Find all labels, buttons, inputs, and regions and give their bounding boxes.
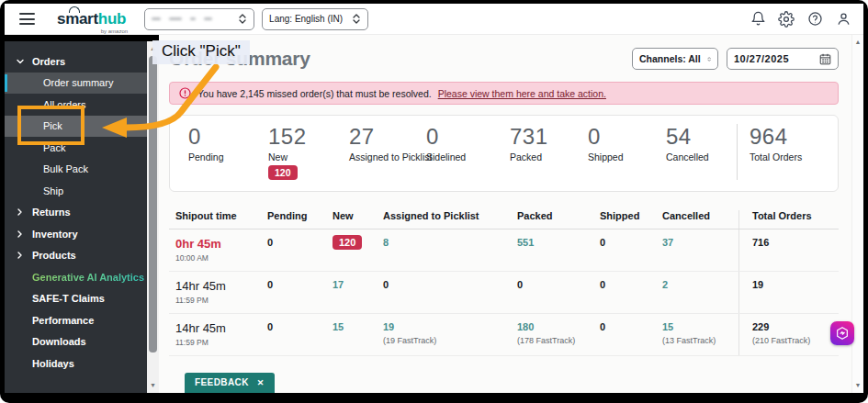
sidebar-item-ship[interactable]: Ship bbox=[5, 180, 147, 202]
count-value: 0 bbox=[600, 237, 605, 248]
app-window: smarthub by amazon Lang: English (IN) bbox=[5, 4, 863, 393]
main-content: Order summary Channels: All 10/27/2025 bbox=[159, 35, 851, 393]
sidebar-item-label: Returns bbox=[32, 207, 71, 218]
sidebar-item-holidays[interactable]: Holidays bbox=[5, 353, 147, 375]
scroll-down-icon[interactable]: ▼ bbox=[147, 381, 159, 390]
count-link[interactable]: 2 bbox=[662, 279, 668, 290]
cell-total-orders: 229(210 FastTrack) bbox=[738, 314, 839, 355]
annotation-label: Click "Pick" bbox=[152, 40, 250, 64]
shipout-time: 14hr 45m bbox=[175, 321, 267, 335]
count-value: 19 bbox=[752, 279, 763, 290]
hamburger-menu-icon[interactable] bbox=[19, 13, 35, 25]
logo-text-hub: hub bbox=[98, 10, 126, 28]
shipout-time-cell: 0hr 45m10:00 AM bbox=[169, 237, 267, 263]
sidebar-item-label: Products bbox=[32, 250, 76, 261]
sidebar-item-returns[interactable]: Returns bbox=[5, 202, 147, 224]
merchant-selector[interactable] bbox=[144, 8, 254, 30]
scroll-down-icon[interactable]: ▼ bbox=[852, 381, 863, 390]
cell-shipped: 0 bbox=[600, 279, 662, 290]
feedback-button[interactable]: FEEDBACK ✕ bbox=[185, 373, 275, 393]
count-link[interactable]: 180 bbox=[517, 321, 534, 332]
stat-value: 27 bbox=[349, 124, 426, 150]
sidebar-item-products[interactable]: Products bbox=[5, 245, 147, 267]
sidebar-item-safe-t-claims[interactable]: SAFE-T Claims bbox=[5, 288, 147, 310]
cell-pending: 0 bbox=[267, 321, 333, 332]
sidebar-item-orders[interactable]: Orders bbox=[5, 50, 147, 73]
stat-value: 964 bbox=[750, 124, 802, 150]
table-row: 0hr 45m10:00 AM01208551037716 bbox=[169, 229, 839, 272]
cell-packed: 0 bbox=[517, 279, 600, 290]
scroll-up-icon[interactable]: ▲ bbox=[852, 38, 863, 47]
count-link[interactable]: 15 bbox=[662, 321, 673, 332]
sidebar-item-inventory[interactable]: Inventory bbox=[5, 223, 147, 245]
cell-total-orders: 19 bbox=[738, 272, 839, 313]
stat-label: Shipped bbox=[588, 151, 666, 162]
cell-assigned-to-picklist: 8 bbox=[383, 237, 517, 248]
scrollbar-thumb[interactable] bbox=[149, 56, 157, 353]
channels-selector[interactable]: Channels: All bbox=[632, 48, 718, 70]
alert-link[interactable]: Please view them here and take action. bbox=[438, 88, 606, 99]
settings-gear-icon[interactable] bbox=[777, 10, 795, 28]
stat-cancelled: 54Cancelled bbox=[666, 124, 737, 180]
column-header-new: New bbox=[333, 210, 383, 221]
column-header-total-orders: Total Orders bbox=[738, 210, 839, 229]
order-stats-card: 0Pending152New12027Assigned to Picklist0… bbox=[169, 115, 839, 192]
sidebar-item-downloads[interactable]: Downloads bbox=[5, 331, 147, 353]
sidebar-item-label: Ship bbox=[43, 185, 63, 196]
count-value: 716 bbox=[752, 237, 769, 248]
close-icon[interactable]: ✕ bbox=[257, 378, 265, 387]
sidebar-item-generative-ai-analytics[interactable]: Generative AI Analytics bbox=[5, 266, 147, 288]
stat-new: 152New120 bbox=[268, 124, 349, 180]
sidebar-scrollbar[interactable]: ▲ ▼ bbox=[147, 35, 159, 393]
sidebar-item-bulk-pack[interactable]: Bulk Pack bbox=[5, 159, 147, 181]
count-link[interactable]: 15 bbox=[333, 321, 344, 332]
smarthub-logo[interactable]: smarthub by amazon bbox=[57, 11, 126, 27]
sidebar-item-label: Downloads bbox=[32, 336, 86, 347]
fasttrack-note: (178 FastTrack) bbox=[517, 336, 600, 345]
shipout-time-cell: 14hr 45m11:59 PM bbox=[169, 279, 267, 305]
help-icon[interactable] bbox=[806, 10, 824, 28]
stat-value: 54 bbox=[666, 124, 737, 150]
count-value: 0 bbox=[383, 279, 389, 290]
missed-orders-alert: You have 2,145 missed order(s) that must… bbox=[169, 82, 839, 105]
stat-badge[interactable]: 120 bbox=[268, 165, 298, 180]
count-value: 0 bbox=[267, 321, 273, 332]
language-selector-value: Lang: English (IN) bbox=[269, 14, 343, 24]
extension-icon[interactable] bbox=[830, 321, 854, 345]
sidebar-item-label: Bulk Pack bbox=[43, 163, 88, 174]
stat-value: 0 bbox=[426, 124, 510, 150]
column-header-shipped: Shipped bbox=[600, 210, 662, 221]
calendar-icon bbox=[819, 53, 831, 65]
sidebar-item-performance[interactable]: Performance bbox=[5, 309, 147, 331]
stat-value: 0 bbox=[588, 124, 666, 150]
stat-assigned-to-picklist: 27Assigned to Picklist bbox=[349, 124, 426, 180]
count-link[interactable]: 37 bbox=[662, 237, 673, 248]
date-picker[interactable]: 10/27/2025 bbox=[727, 48, 839, 70]
screenshot-frame: smarthub by amazon Lang: English (IN) bbox=[0, 0, 868, 403]
cell-shipped: 0 bbox=[600, 321, 662, 332]
cell-cancelled: 15(13 FastTrack) bbox=[662, 321, 738, 345]
count-link[interactable]: 19 bbox=[383, 321, 394, 332]
sidebar-item-label: Generative AI Analytics bbox=[32, 272, 144, 283]
sidebar-item-label: Inventory bbox=[32, 229, 78, 240]
count-link[interactable]: 8 bbox=[383, 237, 389, 248]
stat-label: Pending bbox=[188, 151, 268, 162]
count-link[interactable]: 551 bbox=[517, 237, 534, 248]
sidebar-item-order-summary[interactable]: Order summary bbox=[5, 73, 147, 95]
stat-value: 152 bbox=[268, 124, 349, 150]
channels-selector-value: Channels: All bbox=[639, 53, 701, 64]
count-link[interactable]: 17 bbox=[333, 279, 344, 290]
count-badge[interactable]: 120 bbox=[333, 235, 362, 250]
cell-packed: 551 bbox=[517, 237, 600, 248]
stat-label: Total Orders bbox=[750, 151, 802, 162]
shipout-time-clock: 10:00 AM bbox=[175, 253, 267, 263]
sidebar-item-label: Orders bbox=[32, 56, 65, 67]
column-header-pending: Pending bbox=[267, 210, 333, 221]
cell-total-orders: 716 bbox=[738, 229, 839, 271]
stat-label: Sidelined bbox=[426, 151, 510, 162]
account-person-icon[interactable] bbox=[834, 10, 852, 28]
sidebar-item-label: Order summary bbox=[43, 77, 113, 88]
annotation-highlight-box bbox=[17, 106, 85, 145]
notifications-bell-icon[interactable] bbox=[749, 10, 767, 28]
language-selector[interactable]: Lang: English (IN) bbox=[262, 8, 368, 30]
